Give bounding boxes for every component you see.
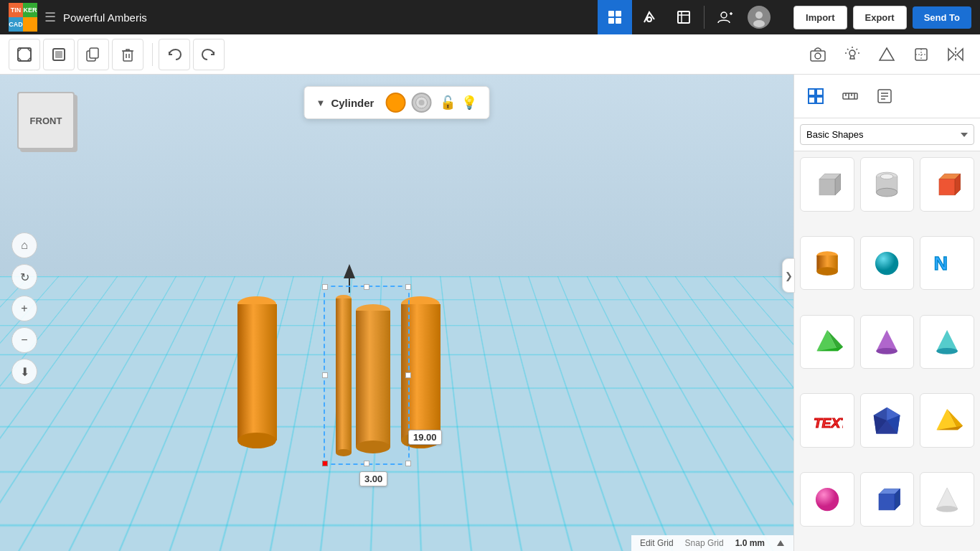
shape-pyramid-green[interactable] [800, 315, 854, 369]
ruler-panel-tab[interactable] [834, 80, 866, 112]
app-logo: TIN KER CAD [9, 3, 37, 32]
svg-rect-2 [608, 18, 614, 24]
build-view-btn[interactable] [632, 0, 666, 34]
shape-pyramid-yellow[interactable] [920, 393, 974, 448]
shape-gem-blue[interactable] [860, 393, 915, 448]
svg-line-34 [847, 49, 849, 50]
shape-selector: Basic Shapes Letters Connectors Featured [794, 118, 980, 151]
cyl-thin[interactable] [336, 293, 352, 458]
project-title: Powerful Amberis [63, 11, 147, 24]
redo-btn[interactable] [193, 39, 225, 70]
list-view-icon[interactable]: ☰ [44, 9, 56, 25]
shape-cone-purple[interactable] [860, 315, 915, 369]
shape-cylinder-orange[interactable] [800, 236, 854, 291]
import-button[interactable]: Import [793, 6, 847, 29]
svg-point-109 [936, 506, 957, 512]
obj-light-icon[interactable]: 💡 [461, 95, 477, 110]
bottom-bar: Edit Grid Snap Grid 1.0 mm [631, 535, 793, 551]
logo-tr: KER [23, 3, 37, 17]
dim-label-bottom: 3.00 [359, 471, 387, 486]
obj-lock-icon[interactable]: 🔓 [440, 95, 456, 110]
shapes-grid: N TEXT [794, 151, 980, 551]
snap-up-icon[interactable] [776, 539, 785, 547]
toolbar [0, 34, 980, 75]
cyl-left[interactable] [237, 293, 277, 451]
move-tool-btn[interactable] [43, 39, 75, 70]
snap-value[interactable]: 1.0 mm [735, 538, 765, 548]
svg-marker-57 [777, 540, 784, 546]
edit-grid-btn[interactable]: Edit Grid [640, 538, 674, 548]
camera-btn[interactable] [802, 39, 834, 70]
svg-point-104 [816, 488, 839, 511]
obj-color-hole[interactable] [411, 93, 431, 113]
shape-box-blue[interactable] [860, 472, 915, 527]
cyl-medium[interactable] [356, 303, 390, 454]
front-face-label: FRONT [30, 116, 62, 126]
box-view-btn[interactable] [666, 0, 701, 34]
obj-name-label: Cylinder [331, 97, 374, 109]
frame-tool-btn[interactable] [9, 39, 40, 70]
view-cube[interactable]: FRONT [17, 92, 75, 149]
shape-cube-red[interactable] [920, 157, 974, 212]
download-btn[interactable]: ⬇ [11, 359, 37, 385]
collapse-icon: ❯ [785, 270, 793, 281]
mirror-btn[interactable] [940, 39, 971, 70]
copy-tool-btn[interactable] [77, 39, 109, 70]
svg-marker-91 [877, 330, 897, 351]
toolbar-separator-1 [152, 43, 153, 66]
shape-btn[interactable] [871, 39, 903, 70]
shape-text-red[interactable]: TEXT [800, 393, 854, 448]
zoom-out-btn[interactable]: − [11, 327, 37, 353]
panel-collapse-btn[interactable]: ❯ [782, 258, 795, 293]
svg-point-76 [877, 188, 897, 197]
svg-rect-5 [678, 11, 689, 23]
obj-dropdown-arrow[interactable]: ▼ [316, 98, 326, 108]
svg-marker-39 [957, 49, 963, 60]
shape-box-gray[interactable] [800, 157, 854, 212]
basic-shapes-dropdown[interactable]: Basic Shapes Letters Connectors Featured [800, 124, 974, 145]
undo-btn[interactable] [159, 39, 190, 70]
transform-arrow-up[interactable] [342, 264, 357, 293]
shape-cone-teal[interactable] [920, 315, 974, 369]
cyl-right[interactable] [401, 293, 440, 451]
export-button[interactable]: Export [853, 6, 907, 29]
svg-point-4 [647, 17, 651, 22]
user-avatar [748, 6, 771, 29]
svg-rect-53 [401, 304, 440, 441]
logo-br [23, 17, 37, 32]
shape-text-3d-blue[interactable]: N [920, 236, 974, 291]
svg-rect-58 [809, 89, 815, 95]
svg-rect-62 [843, 93, 857, 99]
shape-sphere-teal[interactable] [860, 236, 915, 291]
svg-text:N: N [934, 252, 948, 273]
obj-color-solid[interactable] [385, 93, 405, 113]
avatar[interactable] [742, 0, 776, 34]
object-info-bar: ▼ Cylinder 🔓 💡 [304, 86, 490, 119]
svg-rect-22 [90, 48, 98, 58]
light-btn[interactable] [837, 39, 868, 70]
home-btn[interactable]: ⌂ [11, 232, 37, 258]
canvas-area[interactable]: FRONT ⌂ ↻ + − ⬇ ▼ Cylinder 🔓 💡 [0, 75, 793, 551]
dim-3: 3.00 [359, 471, 387, 486]
delete-tool-btn[interactable] [112, 39, 143, 70]
add-user-btn[interactable] [707, 0, 742, 34]
shape-cylinder-hole[interactable] [860, 157, 915, 212]
dim-label-side: 19.00 [408, 430, 442, 445]
shape-sphere-pink[interactable] [800, 472, 854, 527]
svg-rect-60 [809, 97, 815, 103]
grid-view-btn[interactable] [598, 0, 632, 34]
svg-rect-81 [939, 179, 955, 194]
grid-panel-tab[interactable] [800, 80, 831, 112]
shapes-scene: 3.00 19.00 [216, 264, 517, 494]
zoom-in-btn[interactable]: + [11, 296, 37, 321]
align-btn[interactable] [905, 39, 937, 70]
notes-panel-tab[interactable] [869, 80, 900, 112]
svg-text:TEXT: TEXT [814, 416, 843, 431]
svg-rect-47 [336, 298, 352, 453]
rotate-btn[interactable]: ↻ [11, 264, 37, 290]
logo-tl: TIN [9, 3, 23, 17]
front-face[interactable]: FRONT [17, 92, 75, 149]
shape-cone-white[interactable] [920, 472, 974, 527]
sendto-button[interactable]: Send To [913, 6, 971, 29]
svg-point-77 [881, 174, 894, 179]
